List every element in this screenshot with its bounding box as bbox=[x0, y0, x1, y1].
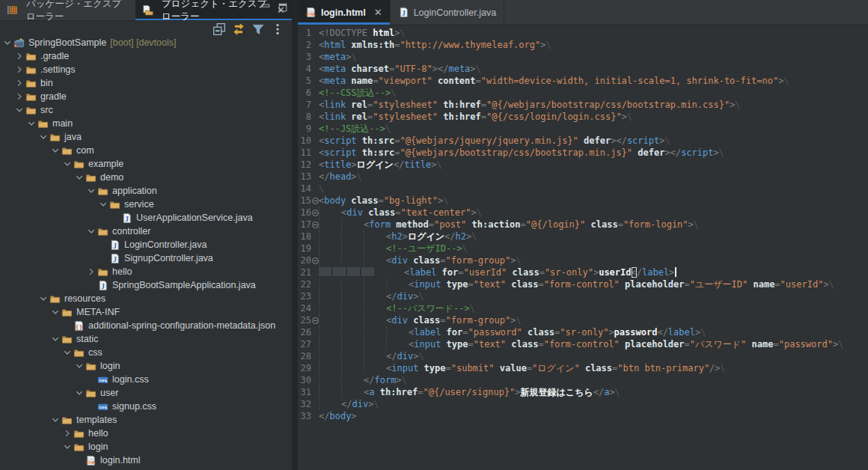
code-line-8[interactable]: 8<link rel="stylesheet" th:href="@{/css/… bbox=[298, 111, 868, 123]
panel-editor-divider[interactable] bbox=[292, 0, 298, 470]
code-line-24[interactable]: 24<!--パスワード-->\ bbox=[298, 302, 868, 314]
tree-item-java[interactable]: java bbox=[0, 130, 292, 144]
tree-item-templates[interactable]: templates bbox=[0, 413, 292, 427]
code-line-27[interactable]: 27<input type="text" class="form-control… bbox=[298, 338, 868, 350]
view-menu-button[interactable] bbox=[271, 22, 284, 35]
tree-item-springbootsample[interactable]: SpringBootSample[boot] [devtools] bbox=[0, 36, 292, 49]
tree-item-userapplicationservice.java[interactable]: JUserApplicationService.java bbox=[0, 211, 292, 225]
tree-item-application[interactable]: application bbox=[0, 184, 292, 198]
code-line-13[interactable]: 13</head>\ bbox=[298, 171, 868, 183]
tree-item-controller[interactable]: controller bbox=[0, 225, 292, 238]
chevron-right-icon[interactable] bbox=[15, 65, 24, 74]
chevron-down-icon[interactable] bbox=[63, 348, 72, 357]
code-line-10[interactable]: 10<script th:src="@{webjars/jquery/jquer… bbox=[298, 135, 868, 147]
code-line-32[interactable]: 32</div>\ bbox=[298, 398, 868, 410]
chevron-right-icon[interactable] bbox=[87, 267, 96, 276]
code-line-4[interactable]: 4<meta charset="UTF-8"></meta>\ bbox=[298, 63, 868, 75]
chevron-right-icon[interactable] bbox=[15, 79, 24, 88]
fold-marker[interactable] bbox=[312, 317, 319, 324]
chevron-right-icon[interactable] bbox=[15, 92, 24, 101]
code-line-23[interactable]: 23</div>\ bbox=[298, 290, 868, 302]
tree-item-resources[interactable]: resources bbox=[0, 292, 292, 305]
close-icon[interactable]: ✕ bbox=[374, 7, 382, 17]
chevron-down-icon[interactable] bbox=[63, 159, 72, 168]
tree-item-signup.css[interactable]: css3signup.css bbox=[0, 400, 292, 413]
tree-item-css[interactable]: css bbox=[0, 346, 292, 359]
chevron-down-icon[interactable] bbox=[51, 308, 60, 317]
tree-item-src[interactable]: src bbox=[0, 103, 292, 117]
code-line-11[interactable]: 11<script th:src="@{webjars/bootstrap/cs… bbox=[298, 147, 868, 159]
chevron-down-icon[interactable] bbox=[75, 173, 84, 182]
code-line-7[interactable]: 7<link rel="stylesheet" th:href="@{/webj… bbox=[298, 99, 868, 111]
chevron-down-icon[interactable] bbox=[51, 146, 60, 155]
tree-item-.gradle[interactable]: .gradle bbox=[0, 49, 292, 63]
editor-tab-login.html[interactable]: HTMLlogin.html✕ bbox=[298, 0, 391, 25]
tree-item-logincontroller.java[interactable]: JLoginController.java bbox=[0, 238, 292, 251]
chevron-down-icon[interactable] bbox=[51, 415, 60, 424]
tree-item-signupcontroller.java[interactable]: JSignupController.java bbox=[0, 251, 292, 265]
fold-marker[interactable] bbox=[312, 222, 319, 228]
tree-item-demo[interactable]: demo bbox=[0, 171, 292, 184]
code-line-1[interactable]: 1<!DOCTYPE html>\ bbox=[298, 27, 868, 39]
tree-item-login.css[interactable]: css3login.css bbox=[0, 373, 292, 386]
tree-item-user[interactable]: user bbox=[0, 386, 292, 400]
code-line-18[interactable]: 18<h2>ログイン</h2>\ bbox=[298, 231, 868, 242]
chevron-down-icon[interactable] bbox=[75, 361, 84, 370]
code-line-9[interactable]: 9<!--JS読込-->\ bbox=[298, 123, 868, 135]
minimize-view-button[interactable] bbox=[260, 2, 271, 13]
code-line-20[interactable]: 20<div class="form-group">\ bbox=[298, 254, 868, 266]
code-line-15[interactable]: 15<body class="bg-light">\ bbox=[298, 195, 868, 207]
code-line-14[interactable]: 14\ bbox=[298, 183, 868, 195]
tree-item-service[interactable]: service bbox=[0, 198, 292, 211]
code-line-17[interactable]: 17<form method="post" th:action="@{/logi… bbox=[298, 219, 868, 231]
editor-tab-logincontroller.java[interactable]: JLoginController.java bbox=[391, 0, 505, 25]
code-line-25[interactable]: 25<div class="form-group">\ bbox=[298, 314, 868, 326]
chevron-down-icon[interactable] bbox=[27, 119, 36, 128]
tree-item-login.html[interactable]: HTMLlogin.html bbox=[0, 454, 292, 467]
code-line-19[interactable]: 19<!--ユーザID-->\ bbox=[298, 242, 868, 254]
chevron-right-icon[interactable] bbox=[15, 52, 24, 61]
tree-item-bin[interactable]: bin bbox=[0, 76, 292, 90]
tree-item-login[interactable]: login bbox=[0, 359, 292, 373]
tree-item-static[interactable]: static bbox=[0, 332, 292, 346]
chevron-down-icon[interactable] bbox=[75, 388, 84, 397]
chevron-down-icon[interactable] bbox=[3, 38, 12, 47]
tree-item-hello[interactable]: hello bbox=[0, 265, 292, 278]
tree-item[interactable] bbox=[0, 467, 292, 470]
collapse-all-button[interactable] bbox=[213, 22, 226, 35]
chevron-right-icon[interactable] bbox=[63, 429, 72, 438]
code-line-6[interactable]: 6<!--CSS読込-->\ bbox=[298, 87, 868, 99]
code-line-21[interactable]: 21<label for="userId" class="sr-only">us… bbox=[298, 266, 868, 278]
code-line-26[interactable]: 26<label for="password" class="sr-only">… bbox=[298, 326, 868, 338]
code-line-2[interactable]: 2<html xmlns:th="http://www.thymeleaf.or… bbox=[298, 39, 868, 51]
tree-item-additional-spring-configuration-metadata.json[interactable]: { }additional-spring-configuration-metad… bbox=[0, 319, 292, 332]
code-editor[interactable]: 1<!DOCTYPE html>\2<html xmlns:th="http:/… bbox=[298, 25, 868, 470]
tree-item-.settings[interactable]: .settings bbox=[0, 63, 292, 76]
code-line-22[interactable]: 22<input type="text" class="form-control… bbox=[298, 278, 868, 290]
tree-item-gradle[interactable]: gradle bbox=[0, 90, 292, 103]
chevron-down-icon[interactable] bbox=[99, 200, 108, 209]
tree-item-com[interactable]: com bbox=[0, 144, 292, 157]
tree-item-hello[interactable]: hello bbox=[0, 427, 292, 440]
code-line-12[interactable]: 12<title>ログイン</title>\ bbox=[298, 159, 868, 171]
view-tab-package-explorer[interactable]: パッケージ・エクスプローラー bbox=[0, 0, 135, 20]
fold-marker[interactable] bbox=[312, 210, 319, 216]
code-line-29[interactable]: 29<input type="submit" value="ログイン" clas… bbox=[298, 362, 868, 374]
link-with-editor-button[interactable] bbox=[232, 22, 245, 35]
tree-item-main[interactable]: main bbox=[0, 117, 292, 130]
code-line-31[interactable]: 31<a th:href="@{/user/signup}">新規登録はこちら<… bbox=[298, 386, 868, 398]
code-line-5[interactable]: 5<meta name="viewport" content="width=de… bbox=[298, 75, 868, 87]
chevron-down-icon[interactable] bbox=[63, 442, 72, 451]
project-tree[interactable]: SpringBootSample[boot] [devtools].gradle… bbox=[0, 36, 292, 470]
code-line-3[interactable]: 3<meta>\ bbox=[298, 51, 868, 63]
tree-item-meta-inf[interactable]: META-INF bbox=[0, 305, 292, 319]
chevron-down-icon[interactable] bbox=[87, 227, 96, 236]
code-line-33[interactable]: 33</body> bbox=[298, 410, 868, 422]
code-line-16[interactable]: 16<div class="text-center">\ bbox=[298, 207, 868, 219]
fold-marker[interactable] bbox=[312, 198, 319, 204]
chevron-down-icon[interactable] bbox=[51, 335, 60, 344]
chevron-down-icon[interactable] bbox=[15, 106, 24, 115]
tree-item-example[interactable]: example bbox=[0, 157, 292, 171]
fold-marker[interactable] bbox=[312, 257, 319, 264]
tree-item-login[interactable]: login bbox=[0, 440, 292, 454]
